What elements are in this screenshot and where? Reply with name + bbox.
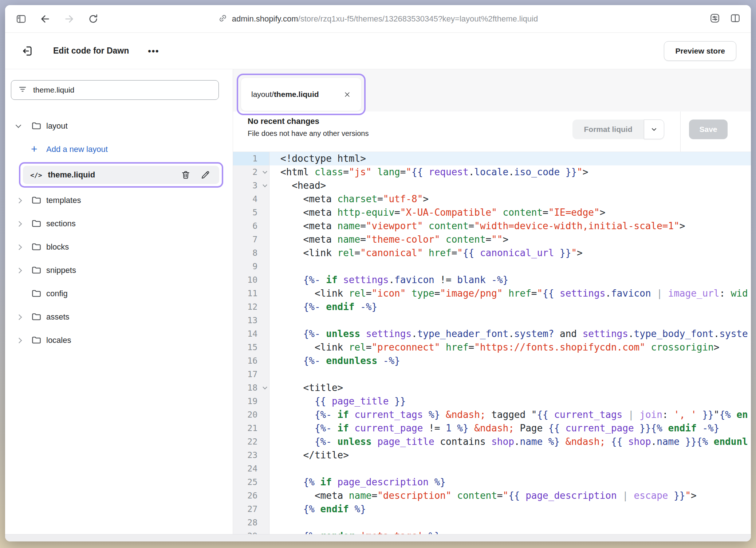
code-line-27[interactable]: 27 {% endif %}: [233, 502, 751, 516]
code-line-1[interactable]: 1<!doctype html>: [233, 152, 751, 165]
code-line-14[interactable]: 14 {%- unless settings.type_header_font.…: [233, 327, 751, 341]
code-line-5[interactable]: 5 <meta http-equiv="X-UA-Compatible" con…: [233, 206, 751, 219]
code-line-28[interactable]: 28: [233, 516, 751, 529]
exit-editor-icon[interactable]: [20, 43, 36, 59]
code-line-12[interactable]: 12 {%- endif -%}: [233, 300, 751, 314]
code-text[interactable]: {%- if current_tags %} &ndash; tagged "{…: [269, 408, 751, 422]
code-line-8[interactable]: 8 <link rel="canonical" href="{{ canonic…: [233, 246, 751, 260]
forward-icon[interactable]: [63, 12, 76, 26]
code-text[interactable]: {%- endif -%}: [269, 300, 751, 314]
code-text[interactable]: <!doctype html>: [269, 152, 751, 165]
sidebar-folder-blocks[interactable]: blocks: [5, 235, 233, 259]
chevron-right-icon[interactable]: [16, 244, 22, 250]
code-text[interactable]: {%- if settings.favicon != blank -%}: [269, 273, 751, 287]
code-line-24[interactable]: 24: [233, 462, 751, 475]
chevron-down-icon[interactable]: [16, 122, 21, 128]
code-text[interactable]: [269, 516, 751, 529]
sidebar-item-theme-liquid[interactable]: </>theme.liquid: [5, 161, 233, 189]
fold-toggle-icon[interactable]: [263, 169, 267, 174]
back-icon[interactable]: [39, 12, 52, 26]
code-text[interactable]: <html class="js" lang="{{ request.locale…: [269, 165, 751, 179]
sidebar-folder-config[interactable]: config: [5, 282, 233, 305]
chevron-right-icon[interactable]: [16, 337, 22, 343]
code-text[interactable]: {{ page_title }}: [269, 395, 751, 408]
code-text[interactable]: <link rel="preconnect" href="https://fon…: [269, 341, 751, 354]
split-view-icon[interactable]: [730, 13, 741, 25]
file-search-box[interactable]: [11, 80, 219, 100]
code-line-7[interactable]: 7 <meta name="theme-color" content="">: [233, 233, 751, 246]
code-text[interactable]: <head>: [269, 179, 751, 192]
sidebar-folder-sections[interactable]: sections: [5, 212, 233, 235]
code-line-29[interactable]: 29 {% render 'meta-tags' %}: [233, 529, 751, 534]
code-text[interactable]: {% endif %}: [269, 502, 751, 516]
fold-toggle-icon[interactable]: [263, 183, 267, 187]
code-line-4[interactable]: 4 <meta charset="utf-8">: [233, 192, 751, 206]
format-options-dropdown[interactable]: [644, 120, 664, 139]
code-editor[interactable]: 1<!doctype html>2<html class="js" lang="…: [233, 152, 751, 534]
code-line-21[interactable]: 21 {%- if current_page != 1 %} &ndash; P…: [233, 422, 751, 435]
chevron-right-icon[interactable]: [16, 197, 22, 203]
code-line-15[interactable]: 15 <link rel="preconnect" href="https://…: [233, 341, 751, 354]
code-text[interactable]: <link rel="icon" type="image/png" href="…: [269, 287, 751, 300]
code-text[interactable]: <meta http-equiv="X-UA-Compatible" conte…: [269, 206, 751, 219]
code-line-25[interactable]: 25 {% if page_description %}: [233, 475, 751, 489]
close-tab-icon[interactable]: [342, 89, 353, 100]
code-text[interactable]: {%- unless settings.type_header_font.sys…: [269, 327, 751, 341]
tab-theme-liquid[interactable]: layout/theme.liquid: [241, 78, 361, 111]
format-liquid-button[interactable]: Format liquid: [572, 120, 644, 139]
add-new-layout-button[interactable]: +Add a new layout: [5, 138, 233, 161]
code-text[interactable]: {%- unless page_title contains shop.name…: [269, 435, 751, 449]
code-line-26[interactable]: 26 <meta name="description" content="{{ …: [233, 489, 751, 502]
sidebar-folder-assets[interactable]: assets: [5, 305, 233, 329]
chevron-right-icon[interactable]: [16, 314, 22, 320]
sidebar-folder-templates[interactable]: templates: [5, 189, 233, 212]
page-settings-icon[interactable]: [709, 13, 720, 25]
code-line-20[interactable]: 20 {%- if current_tags %} &ndash; tagged…: [233, 408, 751, 422]
pencil-icon[interactable]: [200, 170, 210, 180]
sidebar-toggle-icon[interactable]: [15, 12, 28, 26]
code-line-9[interactable]: 9: [233, 260, 751, 273]
line-number: 6: [233, 219, 269, 233]
preview-store-button[interactable]: Preview store: [664, 41, 736, 61]
save-button[interactable]: Save: [689, 120, 728, 139]
code-text[interactable]: <meta name="description" content="{{ pag…: [269, 489, 751, 502]
address-bar[interactable]: admin.shopify.com/store/rzq1xu-f5/themes…: [218, 5, 538, 33]
code-text[interactable]: <meta name="viewport" content="width=dev…: [269, 219, 751, 233]
code-line-22[interactable]: 22 {%- unless page_title contains shop.n…: [233, 435, 751, 449]
code-line-2[interactable]: 2<html class="js" lang="{{ request.local…: [233, 165, 751, 179]
code-line-16[interactable]: 16 {%- endunless -%}: [233, 354, 751, 368]
code-line-10[interactable]: 10 {%- if settings.favicon != blank -%}: [233, 273, 751, 287]
code-text[interactable]: [269, 368, 751, 381]
sidebar-folder-layout[interactable]: layout: [5, 114, 233, 138]
sidebar-folder-locales[interactable]: locales: [5, 329, 233, 352]
code-text[interactable]: {%- if current_page != 1 %} &ndash; Page…: [269, 422, 751, 435]
selected-file-row[interactable]: </>theme.liquid: [23, 166, 219, 184]
trash-icon[interactable]: [181, 170, 191, 180]
chevron-right-icon[interactable]: [16, 221, 22, 227]
code-line-19[interactable]: 19 {{ page_title }}: [233, 395, 751, 408]
code-line-18[interactable]: 18 <title>: [233, 381, 751, 395]
code-text[interactable]: [269, 314, 751, 327]
code-line-11[interactable]: 11 <link rel="icon" type="image/png" hre…: [233, 287, 751, 300]
code-text[interactable]: {% if page_description %}: [269, 475, 751, 489]
code-text[interactable]: </title>: [269, 449, 751, 462]
code-line-17[interactable]: 17: [233, 368, 751, 381]
code-text[interactable]: <meta charset="utf-8">: [269, 192, 751, 206]
more-menu-button[interactable]: •••: [148, 46, 159, 56]
code-line-6[interactable]: 6 <meta name="viewport" content="width=d…: [233, 219, 751, 233]
code-text[interactable]: <link rel="canonical" href="{{ canonical…: [269, 246, 751, 260]
code-line-3[interactable]: 3 <head>: [233, 179, 751, 192]
reload-icon[interactable]: [87, 12, 100, 26]
fold-toggle-icon[interactable]: [263, 385, 267, 390]
code-text[interactable]: [269, 462, 751, 475]
code-text[interactable]: <title>: [269, 381, 751, 395]
code-line-13[interactable]: 13: [233, 314, 751, 327]
search-input[interactable]: [33, 86, 212, 94]
code-text[interactable]: [269, 260, 751, 273]
code-text[interactable]: <meta name="theme-color" content="">: [269, 233, 751, 246]
code-text[interactable]: {%- endunless -%}: [269, 354, 751, 368]
sidebar-folder-snippets[interactable]: snippets: [5, 259, 233, 282]
code-text[interactable]: {% render 'meta-tags' %}: [269, 529, 751, 534]
chevron-right-icon[interactable]: [16, 267, 22, 273]
code-line-23[interactable]: 23 </title>: [233, 449, 751, 462]
